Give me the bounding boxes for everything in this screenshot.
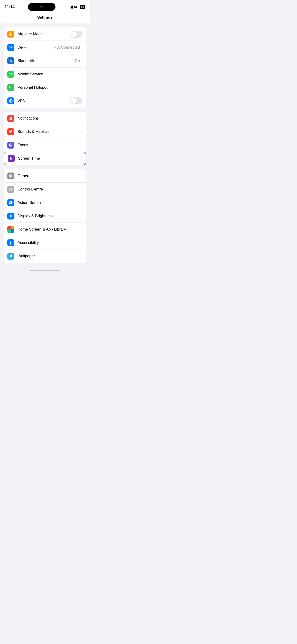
- general-icon-bg: [7, 172, 14, 180]
- row-notifications[interactable]: Notifications ›: [4, 112, 86, 125]
- flower-icon: [9, 254, 13, 258]
- general-chevron: ›: [81, 174, 82, 178]
- notifications-chevron: ›: [81, 116, 82, 120]
- row-focus[interactable]: Focus ›: [4, 138, 86, 152]
- sounds-icon-bg: [7, 128, 14, 135]
- action-button-label: Action Button: [18, 200, 81, 205]
- home-screen-label: Home Screen & App Library: [18, 227, 81, 232]
- speaker-icon: [9, 130, 13, 134]
- wallpaper-icon-bg: [7, 253, 14, 260]
- moon-icon: [9, 143, 13, 147]
- row-home-screen[interactable]: Home Screen & App Library ›: [4, 223, 86, 236]
- control-centre-label: Control Centre: [18, 187, 81, 192]
- row-sounds-haptics[interactable]: Sounds & Haptics ›: [4, 125, 86, 138]
- action-button-chevron: ›: [81, 200, 82, 204]
- action-button-icon-bg: [7, 199, 14, 206]
- airplane-icon: [9, 32, 13, 36]
- signal-bar-3: [71, 6, 72, 8]
- vpn-label: VPN: [18, 98, 70, 103]
- control-centre-icon-bg: [7, 186, 14, 193]
- signal-bar-1: [68, 8, 69, 8]
- bluetooth-value: On: [74, 58, 80, 63]
- row-wallpaper[interactable]: Wallpaper ›: [4, 250, 86, 263]
- display-brightness-label: Display & Brightness: [18, 214, 81, 218]
- settings-content: Airplane Mode Wi-Fi Not Connected ›: [0, 28, 90, 273]
- control-centre-chevron: ›: [81, 187, 82, 191]
- row-screen-time[interactable]: Screen Time ›: [4, 152, 86, 165]
- airplane-mode-label: Airplane Mode: [18, 32, 70, 36]
- page-title: Settings: [37, 15, 52, 20]
- section-connectivity: Airplane Mode Wi-Fi Not Connected ›: [4, 28, 86, 108]
- row-general[interactable]: General ›: [4, 169, 86, 183]
- row-control-centre[interactable]: Control Centre ›: [4, 183, 86, 196]
- hotspot-icon: [9, 86, 13, 90]
- row-wifi[interactable]: Wi-Fi Not Connected ›: [4, 41, 86, 54]
- screen-time-label: Screen Time: [18, 156, 81, 161]
- globe-icon: [9, 99, 13, 103]
- section-general: General › Control Centre › Action Button…: [4, 169, 86, 263]
- sun-icon: [9, 214, 13, 218]
- accessibility-label: Accessibility: [18, 240, 81, 245]
- focus-label: Focus: [18, 143, 81, 148]
- row-bluetooth[interactable]: Bluetooth On ›: [4, 54, 86, 68]
- signal-bar-4: [72, 6, 73, 8]
- vpn-knob: [71, 98, 77, 104]
- wifi-label: Wi-Fi: [18, 45, 54, 50]
- status-time: 11:14: [4, 4, 14, 9]
- row-vpn[interactable]: VPN: [4, 94, 86, 108]
- status-bar: 11:14 ⟲ 5G 88: [0, 0, 90, 12]
- screen-time-chevron: ›: [81, 156, 82, 160]
- wifi-icon-bg: [7, 44, 14, 51]
- bluetooth-chevron: ›: [81, 59, 82, 63]
- row-personal-hotspot[interactable]: Personal Hotspot ›: [4, 81, 86, 94]
- bluetooth-icon-bg: [7, 57, 14, 64]
- display-brightness-icon-bg: [7, 212, 14, 220]
- vpn-toggle[interactable]: [70, 98, 82, 104]
- row-airplane-mode[interactable]: Airplane Mode: [4, 28, 86, 41]
- airplane-mode-knob: [71, 31, 77, 37]
- signal-bars: [68, 5, 73, 8]
- general-label: General: [18, 174, 81, 178]
- battery-badge: 88: [80, 5, 85, 9]
- wifi-value: Not Connected: [54, 45, 80, 50]
- dynamic-island: ⟲: [28, 3, 56, 11]
- sliders-icon: [9, 187, 13, 192]
- home-screen-chevron: ›: [81, 227, 82, 231]
- screen-time-icon-bg: [8, 155, 15, 162]
- airplane-mode-icon-bg: [7, 31, 14, 38]
- accessibility-chevron: ›: [81, 241, 82, 244]
- row-display-brightness[interactable]: Display & Brightness ›: [4, 209, 86, 223]
- notifications-icon-bg: [7, 115, 14, 122]
- airplane-mode-toggle[interactable]: [70, 31, 82, 38]
- wifi-chevron: ›: [81, 45, 82, 49]
- row-accessibility[interactable]: Accessibility ›: [4, 236, 86, 250]
- home-screen-icon-bg: [7, 226, 14, 233]
- hourglass-icon: [9, 156, 13, 160]
- wallpaper-chevron: ›: [81, 254, 82, 258]
- mobile-service-icon-bg: [7, 71, 14, 78]
- bluetooth-label: Bluetooth: [18, 58, 74, 63]
- home-indicator: [0, 267, 90, 273]
- sounds-haptics-chevron: ›: [81, 130, 82, 134]
- status-right: 5G 88: [68, 5, 85, 9]
- section-notifications: Notifications › Sounds & Haptics › Focus…: [4, 112, 86, 165]
- vpn-icon-bg: [7, 98, 14, 104]
- mobile-service-label: Mobile Service: [18, 72, 81, 76]
- gear-icon: [9, 174, 13, 178]
- action-icon: [9, 200, 13, 205]
- dynamic-island-icon: ⟲: [40, 5, 43, 9]
- display-brightness-chevron: ›: [81, 214, 82, 218]
- signal-icon: [9, 72, 13, 76]
- row-mobile-service[interactable]: Mobile Service ›: [4, 68, 86, 81]
- accessibility-icon: [9, 241, 13, 245]
- wifi-icon: [9, 45, 13, 50]
- notifications-label: Notifications: [18, 116, 81, 121]
- personal-hotspot-label: Personal Hotspot: [18, 85, 81, 90]
- accessibility-icon-bg: [7, 239, 14, 246]
- personal-hotspot-chevron: ›: [81, 86, 82, 89]
- signal-bar-2: [70, 7, 70, 8]
- row-action-button[interactable]: Action Button ›: [4, 196, 86, 209]
- home-bar: [30, 270, 60, 271]
- focus-chevron: ›: [81, 143, 82, 147]
- wallpaper-label: Wallpaper: [18, 254, 81, 258]
